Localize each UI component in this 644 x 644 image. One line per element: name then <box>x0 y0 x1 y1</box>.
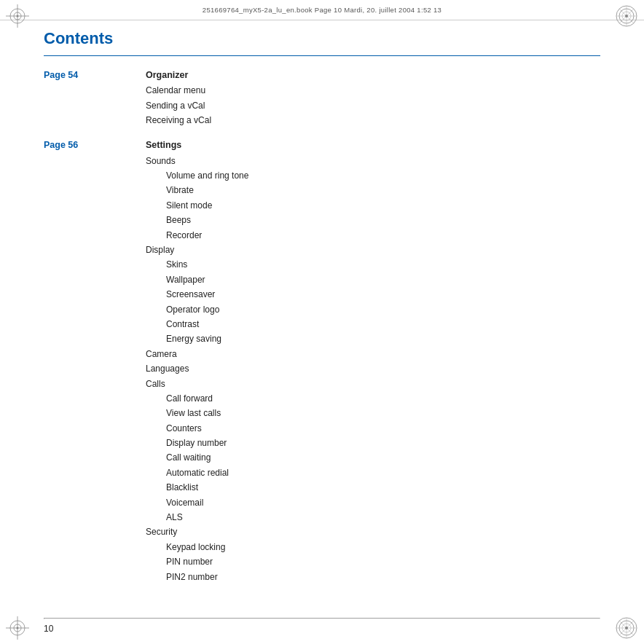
svg-point-25 <box>625 627 628 629</box>
list-item: Skins <box>146 257 600 272</box>
list-item: Receiving a vCal <box>146 113 600 127</box>
page-label-56: Page 56 <box>44 138 138 584</box>
list-item: Call forward <box>146 391 600 406</box>
corner-decoration-br <box>613 615 640 641</box>
bottom-divider <box>44 618 600 619</box>
list-item: PIN2 number <box>146 570 600 584</box>
title-divider <box>44 55 600 56</box>
list-item: Wallpaper <box>146 272 600 287</box>
page-number: 10 <box>44 624 53 634</box>
svg-point-12 <box>625 15 628 17</box>
list-item: Sounds <box>146 154 600 168</box>
header-strip: 251669764_myX5-2a_lu_en.book Page 10 Mar… <box>0 0 644 20</box>
svg-point-4 <box>17 15 19 17</box>
organizer-heading: Organizer <box>146 68 600 83</box>
list-item: Vibrate <box>146 183 600 197</box>
main-content: Contents Page 54 Organizer Calendar menu… <box>44 29 600 608</box>
section-settings: Page 56 Settings Sounds Volume and ring … <box>44 138 600 584</box>
organizer-content: Organizer Calendar menu Sending a vCal R… <box>146 68 600 127</box>
list-item: Display <box>146 243 600 257</box>
list-item: Call waiting <box>146 450 600 465</box>
corner-decoration-bl <box>4 615 31 641</box>
list-item: Security <box>146 525 600 539</box>
list-item: Screensaver <box>146 287 600 302</box>
list-item: Contrast <box>146 317 600 331</box>
page-label-54: Page 54 <box>44 68 138 127</box>
section-organizer: Page 54 Organizer Calendar menu Sending … <box>44 68 600 127</box>
list-item: Counters <box>146 421 600 436</box>
list-item: Calendar menu <box>146 83 600 98</box>
list-item: Keypad locking <box>146 540 600 554</box>
list-item: View last calls <box>146 406 600 420</box>
list-item: PIN number <box>146 554 600 569</box>
list-item: Silent mode <box>146 198 600 213</box>
settings-heading: Settings <box>146 138 600 153</box>
list-item: Volume and ring tone <box>146 168 600 183</box>
list-item: Beeps <box>146 213 600 227</box>
corner-decoration-tl <box>4 3 31 29</box>
list-item: Calls <box>146 377 600 391</box>
list-item: Camera <box>146 347 600 361</box>
svg-point-17 <box>17 627 19 629</box>
settings-content: Settings Sounds Volume and ring tone Vib… <box>146 138 600 584</box>
list-item: Display number <box>146 436 600 450</box>
list-item: Energy saving <box>146 331 600 346</box>
list-item: Automatic redial <box>146 466 600 480</box>
list-item: Blacklist <box>146 480 600 495</box>
list-item: ALS <box>146 510 600 525</box>
list-item: Sending a vCal <box>146 98 600 113</box>
list-item: Operator logo <box>146 302 600 317</box>
list-item: Voicemail <box>146 495 600 510</box>
page-title: Contents <box>44 29 600 51</box>
header-strip-text: 251669764_myX5-2a_lu_en.book Page 10 Mar… <box>203 6 441 14</box>
list-item: Languages <box>146 361 600 376</box>
corner-decoration-tr <box>613 3 640 29</box>
list-item: Recorder <box>146 228 600 243</box>
